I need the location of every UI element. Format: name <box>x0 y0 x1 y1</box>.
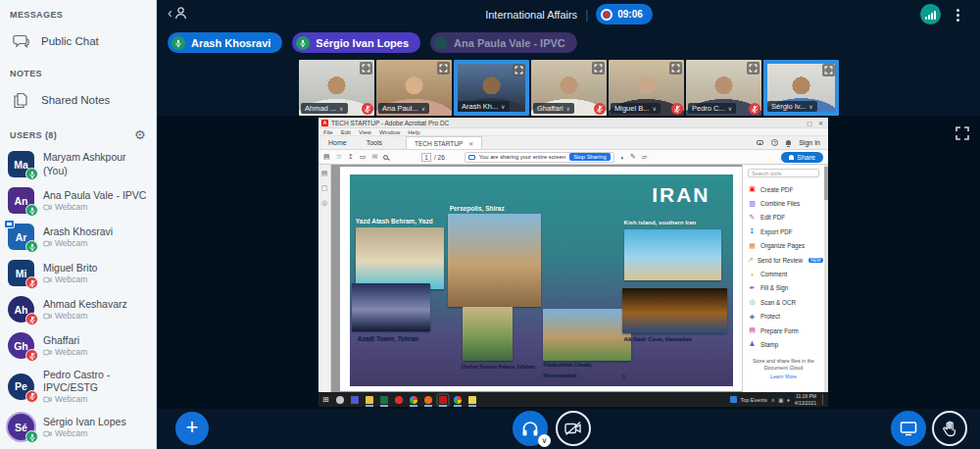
sidebar-item-shared-notes[interactable]: Shared Notes <box>0 82 156 118</box>
expand-webcam-icon[interactable] <box>747 62 760 75</box>
webcam-name-label[interactable]: Ghaffari∨ <box>533 103 574 114</box>
webcam-icon <box>43 349 52 356</box>
tool-label: Organize Pages <box>760 242 805 249</box>
screen-icon <box>900 421 917 436</box>
notes-header-label: NOTES <box>10 69 42 78</box>
expand-webcam-icon[interactable] <box>592 62 605 75</box>
tab-close-icon: ✕ <box>468 140 473 147</box>
speaker-name: Ana Paula Vale - IPVC <box>454 37 565 49</box>
webcam-name-label[interactable]: Ana Paul...∨ <box>378 103 429 114</box>
tool-icon: ◗ <box>748 271 757 277</box>
user-webcam-status: Webcam <box>43 238 113 248</box>
tool-label: Stamp <box>760 341 778 348</box>
webcam-tile[interactable]: Arash Kh...∨ <box>454 60 529 116</box>
chevron-down-icon: ∨ <box>808 103 812 110</box>
user-list-item[interactable]: SéSérgio Ivan LopesWebcam <box>0 409 156 445</box>
show-desktop-button <box>822 394 824 405</box>
menu-item: File <box>323 129 333 135</box>
expand-webcam-icon[interactable] <box>669 62 682 75</box>
raise-hand-button[interactable] <box>932 411 967 446</box>
news-widget: Top Events <box>730 396 766 403</box>
webcam-tile[interactable]: Sérgio Iv...∨ <box>763 60 839 116</box>
expand-webcam-icon[interactable] <box>822 64 835 76</box>
user-list-item[interactable]: AnAna Paula Vale - IPVCWebcam <box>0 182 156 219</box>
muted-mic-icon <box>362 103 373 115</box>
webcam-tile[interactable]: Pedro C...∨ <box>686 60 761 116</box>
expand-webcam-icon[interactable] <box>513 64 525 76</box>
user-list-item[interactable]: MiMiguel BritoWebcam <box>0 255 156 291</box>
user-info: Ahmad KeshavarzWebcam <box>43 298 127 321</box>
webcam-name-label[interactable]: Ahmad ...∨ <box>301 103 348 114</box>
webcam-button[interactable] <box>556 411 591 446</box>
chevron-down-icon: ∨ <box>566 105 570 112</box>
expand-webcam-icon[interactable] <box>360 62 372 75</box>
user-list-item[interactable]: MaMaryam Ashkpour (You) <box>0 146 156 182</box>
messages-header-label: MESSAGES <box>10 10 63 20</box>
tool-item: ♟Stamp <box>748 337 819 351</box>
taskbar-app-sticky-notes <box>468 396 476 404</box>
notes-header: NOTES <box>0 59 156 82</box>
connection-status-button[interactable] <box>920 4 941 25</box>
webcam-tile[interactable]: Ghaffari∨ <box>531 60 607 116</box>
tool-icon: ▥ <box>748 200 757 208</box>
person-share-icon <box>789 155 794 160</box>
user-list-item[interactable]: GhGhaffariWebcam <box>0 327 156 364</box>
webcam-name-label[interactable]: Pedro C...∨ <box>688 103 736 114</box>
fullscreen-icon[interactable] <box>955 125 970 141</box>
webcam-icon <box>43 240 52 247</box>
tool-item: ◈Protect <box>748 310 819 324</box>
speaker-name: Sérgio Ivan Lopes <box>316 37 409 49</box>
user-list-item[interactable]: PePedro Castro - IPVC/ESTGWebcam <box>0 364 156 409</box>
tools-panel: Search tools ▣Create PDF▥Combine Files✎E… <box>742 165 824 392</box>
webcam-tile[interactable]: Ana Paul...∨ <box>376 60 452 116</box>
acrobat-content: ▤ ▢ ◎ IRAN Yazd Atash Behram, YazdPersep… <box>318 165 828 392</box>
user-list-item[interactable]: ArArash KhosraviWebcam <box>0 219 156 255</box>
menu-item: Help <box>408 129 419 135</box>
audio-button[interactable]: ∨ <box>513 411 548 446</box>
tool-icon: ▣ <box>748 185 757 193</box>
muted-mic-icon <box>25 349 38 362</box>
taskbar-app-file-explorer <box>366 396 373 404</box>
screenshare-video[interactable]: A TECH STARTUP - Adobe Acrobat Pro DC ▢✕… <box>318 118 828 407</box>
tool-item: ▤Prepare Form <box>748 324 819 337</box>
muted-mic-icon <box>671 103 683 115</box>
document-tab-label: TECH STARTUP <box>415 140 463 147</box>
pdf-page: IRAN Yazd Atash Behram, YazdPersepolis, … <box>340 167 742 391</box>
chevron-down-icon: ∨ <box>421 105 425 112</box>
expand-webcam-icon[interactable] <box>437 62 450 75</box>
top-bar: ‹ International Affairs | 09:06 <box>158 0 980 28</box>
webcam-name-label[interactable]: Miguel B...∨ <box>611 103 661 114</box>
webcam-tile[interactable]: Ahmad ...∨ <box>299 60 374 116</box>
tool-icon: ▦ <box>748 242 757 250</box>
monitor-icon <box>468 155 475 160</box>
sidebar-item-public-chat[interactable]: Public Chat <box>0 24 156 59</box>
pencil-icon: ✎ <box>630 153 636 161</box>
learn-more-link: Learn More <box>748 374 819 379</box>
audio-options-chevron-icon[interactable]: ∨ <box>538 434 551 447</box>
user-webcam-status: Webcam <box>43 274 97 284</box>
user-name: Ahmad Keshavarz <box>43 298 127 311</box>
slide-image-yazd-fire-temple <box>356 227 444 289</box>
talking-indicator-pill: Sérgio Ivan Lopes <box>292 32 420 53</box>
users-settings-gear-icon[interactable]: ⚙ <box>134 127 146 142</box>
actions-plus-button[interactable]: + <box>175 412 209 445</box>
title-separator: | <box>585 8 588 22</box>
screenshare-button[interactable] <box>891 411 926 446</box>
recording-indicator[interactable]: 09:06 <box>596 4 653 25</box>
webcam-name-label[interactable]: Arash Kh...∨ <box>458 101 510 112</box>
webcam-tile[interactable]: Miguel B...∨ <box>609 60 684 116</box>
chevron-down-icon: ∨ <box>501 103 505 110</box>
user-list-item[interactable]: AhAhmad KeshavarzWebcam <box>0 291 156 327</box>
bell-icon <box>786 140 791 145</box>
mic-icon <box>25 168 38 180</box>
camera-off-icon <box>564 421 583 436</box>
avatar: Pe <box>8 374 34 400</box>
recording-time: 09:06 <box>617 9 643 20</box>
tool-label: Combine Files <box>760 200 800 207</box>
options-menu-button[interactable] <box>951 6 964 24</box>
acrobat-share-button: Share <box>781 152 823 163</box>
bbb-meeting-app: MESSAGES Public Chat NOTES Shared Notes <box>0 0 980 449</box>
webcam-name-label[interactable]: Sérgio Iv...∨ <box>767 101 817 112</box>
mic-icon <box>25 240 38 253</box>
slide-caption: Yazd Atash Behram, Yazd <box>356 218 433 224</box>
